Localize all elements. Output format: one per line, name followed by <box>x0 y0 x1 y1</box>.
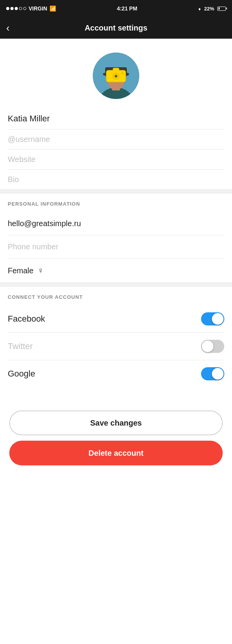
avatar-wrapper[interactable] <box>93 53 139 99</box>
wifi-icon: 📶 <box>49 5 56 12</box>
avatar-section <box>0 39 232 108</box>
connect-fields: Facebook Twitter Google <box>0 305 232 387</box>
back-button[interactable]: ‹ <box>6 21 13 34</box>
camera-overlay <box>106 67 126 84</box>
status-right: ⬧ 22% <box>198 6 226 12</box>
bio-field[interactable]: Bio <box>8 170 224 189</box>
facebook-toggle[interactable] <box>201 312 224 325</box>
buttons-section: Save changes Delete account <box>0 411 232 477</box>
twitter-label: Twitter <box>8 341 33 351</box>
email-field[interactable]: hello@greatsimple.ru <box>8 212 224 235</box>
facebook-label: Facebook <box>8 314 45 324</box>
section-separator-1 <box>0 189 232 193</box>
facebook-toggle-knob <box>212 313 223 325</box>
username-field[interactable]: @username <box>8 129 224 150</box>
battery-percent: 22% <box>204 6 214 12</box>
display-name[interactable]: Katia Miller <box>8 108 224 129</box>
status-left: VIRGIN 📶 <box>6 5 56 12</box>
google-label: Google <box>8 369 35 379</box>
google-toggle-knob <box>212 368 223 380</box>
google-row: Google <box>8 360 224 387</box>
spacer <box>0 387 232 411</box>
gender-label: Female <box>8 266 34 275</box>
delete-account-button[interactable]: Delete account <box>9 441 223 465</box>
bluetooth-icon: ⬧ <box>198 6 201 12</box>
carrier-label: VIRGIN <box>29 5 47 12</box>
twitter-toggle-knob <box>202 341 213 352</box>
signal-dots <box>6 7 26 10</box>
google-toggle[interactable] <box>201 367 224 380</box>
time-label: 4:21 PM <box>117 5 137 12</box>
section-separator-2 <box>0 283 232 286</box>
svg-point-11 <box>115 75 118 78</box>
gender-row[interactable]: Female ♀ <box>8 259 224 283</box>
twitter-toggle[interactable] <box>201 340 224 353</box>
svg-rect-12 <box>113 68 119 71</box>
gender-icon: ♀ <box>38 266 44 276</box>
website-field[interactable]: Website <box>8 150 224 170</box>
facebook-row: Facebook <box>8 305 224 333</box>
top-nav: ‹ Account settings <box>0 17 232 39</box>
battery-icon <box>217 7 226 11</box>
personal-info-fields: hello@greatsimple.ru Phone number Female… <box>0 212 232 283</box>
profile-fields: Katia Miller @username Website Bio <box>0 108 232 189</box>
page-title: Account settings <box>85 24 147 32</box>
personal-info-header: PERSONAL INFORMATION <box>0 193 232 212</box>
save-button[interactable]: Save changes <box>9 411 223 435</box>
status-bar: VIRGIN 📶 4:21 PM ⬧ 22% <box>0 0 232 17</box>
camera-icon <box>106 67 126 83</box>
twitter-row: Twitter <box>8 333 224 360</box>
svg-point-13 <box>122 72 124 74</box>
connect-account-header: CONNECT YOUR ACCOUNT <box>0 286 232 305</box>
phone-field[interactable]: Phone number <box>8 235 224 259</box>
